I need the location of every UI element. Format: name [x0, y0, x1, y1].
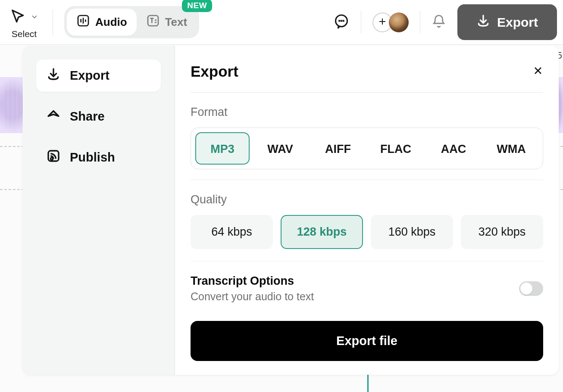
sidebar-item-label: Export [70, 68, 109, 83]
waveform-icon [76, 14, 90, 31]
transcript-description: Convert your audio to text [191, 290, 314, 303]
mode-text-button[interactable]: Text [137, 9, 197, 36]
sidebar-item-label: Share [70, 109, 105, 124]
svg-point-11 [341, 20, 342, 21]
mode-audio-button[interactable]: Audio [67, 9, 137, 36]
select-tool-label: Select [12, 29, 37, 39]
chat-button[interactable] [333, 13, 350, 31]
format-option-flac[interactable]: FLAC [369, 132, 423, 165]
export-modal: Export Share Publish Export Format [22, 46, 559, 375]
quality-option-160[interactable]: 160 kbps [371, 215, 453, 249]
svg-point-10 [339, 20, 340, 21]
divider [420, 11, 420, 34]
export-modal-sidebar: Export Share Publish [22, 46, 175, 375]
format-options: MP3 WAV AIFF FLAC AAC WMA [191, 128, 543, 169]
modal-title: Export [191, 63, 238, 80]
text-icon [146, 14, 160, 31]
export-modal-main: Export Format MP3 WAV AIFF FLAC AAC WMA … [175, 46, 559, 375]
quality-option-320[interactable]: 320 kbps [461, 215, 543, 249]
avatar[interactable] [389, 12, 409, 32]
svg-rect-4 [148, 16, 158, 26]
share-icon [47, 108, 60, 125]
waveform-clip[interactable] [0, 77, 26, 133]
cursor-icon [9, 8, 27, 27]
close-icon [533, 70, 543, 77]
mode-toggle: Audio Text NEW [64, 6, 199, 38]
chevron-down-icon [30, 12, 39, 23]
sidebar-item-export[interactable]: Export [36, 59, 161, 92]
sidebar-item-label: Publish [70, 150, 115, 165]
close-button[interactable] [533, 65, 543, 78]
format-option-mp3[interactable]: MP3 [195, 132, 250, 165]
export-button[interactable]: Export [457, 4, 557, 40]
quality-options: 64 kbps 128 kbps 160 kbps 320 kbps [191, 215, 543, 249]
top-toolbar: Select Audio Text NEW [0, 0, 563, 45]
sidebar-item-share[interactable]: Share [36, 100, 161, 133]
format-option-aiff[interactable]: AIFF [311, 132, 365, 165]
mode-text-label: Text [165, 16, 188, 29]
svg-point-12 [343, 20, 344, 21]
divider [361, 11, 361, 34]
plus-icon [377, 16, 388, 28]
download-icon [476, 14, 490, 31]
format-option-wma[interactable]: WMA [484, 132, 538, 165]
export-file-button[interactable]: Export file [191, 321, 543, 361]
playhead[interactable] [367, 375, 369, 392]
quality-option-64[interactable]: 64 kbps [191, 215, 273, 249]
format-section-label: Format [191, 106, 543, 119]
select-tool[interactable]: Select [3, 6, 41, 39]
quality-section-label: Quality [191, 193, 543, 206]
divider [53, 9, 53, 36]
format-option-wav[interactable]: WAV [253, 132, 307, 165]
download-icon [47, 67, 60, 84]
mode-audio-label: Audio [95, 16, 127, 29]
transcript-toggle[interactable] [519, 281, 543, 296]
speech-bubble-icon [333, 13, 350, 31]
transcript-title: Transcript Options [191, 274, 314, 288]
new-badge: NEW [182, 0, 212, 12]
notifications-button[interactable] [432, 14, 446, 31]
format-option-aac[interactable]: AAC [426, 132, 481, 165]
bell-icon [432, 14, 446, 31]
toggle-knob [520, 283, 532, 295]
rss-icon [47, 149, 60, 166]
quality-option-128[interactable]: 128 kbps [281, 215, 363, 249]
sidebar-item-publish[interactable]: Publish [36, 141, 161, 174]
export-button-label: Export [497, 15, 538, 30]
